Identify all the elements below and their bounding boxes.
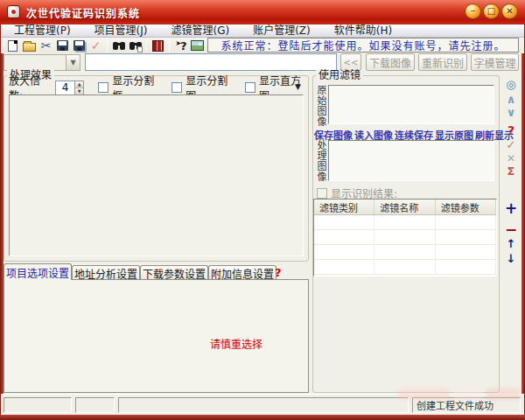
help-icon[interactable] bbox=[502, 124, 520, 136]
sigma-sum-icon[interactable] bbox=[502, 165, 520, 177]
col-filter-type: 滤镜类别 bbox=[314, 200, 374, 214]
warning-text: 请慎重选择 bbox=[208, 336, 264, 351]
tab-help-icon[interactable]: ? bbox=[275, 266, 282, 279]
filter-list-table[interactable]: 滤镜类别 滤镜名称 滤镜参数 bbox=[313, 199, 497, 276]
status-cell bbox=[4, 397, 72, 413]
cut-icon[interactable] bbox=[38, 38, 54, 53]
effects-controls-row: 放大倍数: 4 ▲▼ 显示分割框 显示分割图 显示直方图 bbox=[9, 80, 306, 95]
menu-bar: 工程管理(P) 项目管理(J) 滤镜管理(G) 账户管理(Z) 软件帮助(H) bbox=[1, 24, 524, 38]
window-title: 次世代验证码识别系统 bbox=[26, 5, 140, 20]
find-icon[interactable] bbox=[110, 38, 127, 53]
collapse-button[interactable]: << bbox=[340, 53, 361, 71]
tab-project-options[interactable]: 项目选项设置 bbox=[4, 263, 72, 280]
chevron-down-icon[interactable]: ▼ bbox=[66, 55, 80, 70]
col-filter-name: 滤镜名称 bbox=[374, 200, 435, 214]
title-bar[interactable]: 次世代验证码识别系统 bbox=[0, 0, 525, 24]
status-cell bbox=[75, 397, 115, 413]
help-pointer-icon[interactable] bbox=[172, 38, 189, 53]
menu-item-manage[interactable]: 项目管理(J) bbox=[87, 24, 156, 38]
apply-check-icon[interactable] bbox=[502, 139, 520, 150]
zoom-factor-input[interactable]: 4 bbox=[55, 80, 75, 95]
arrow-down-icon[interactable] bbox=[502, 107, 520, 118]
download-image-button[interactable]: 下载图像 bbox=[366, 53, 415, 71]
window-border-bottom bbox=[0, 415, 525, 420]
target-icon[interactable] bbox=[502, 79, 520, 90]
app-icon bbox=[7, 5, 20, 18]
col-filter-param: 滤镜参数 bbox=[436, 200, 496, 214]
original-image-label: 原始图像 bbox=[314, 85, 326, 127]
status-bar: 创建工程文件成功 bbox=[1, 394, 524, 415]
effects-dropdown-arrow-icon[interactable]: ▼ bbox=[295, 82, 301, 91]
checkbox-icon bbox=[172, 82, 182, 93]
status-cell bbox=[118, 397, 409, 413]
toolbar-separator bbox=[107, 39, 108, 52]
processed-image-box bbox=[328, 140, 494, 181]
remove-filter-icon[interactable] bbox=[502, 222, 520, 237]
status-cell-message: 创建工程文件成功 bbox=[412, 397, 521, 413]
toolbar-separator bbox=[169, 39, 170, 52]
minimize-button[interactable] bbox=[465, 4, 481, 19]
menu-help[interactable]: 软件帮助(H) bbox=[326, 24, 400, 38]
add-filter-icon[interactable] bbox=[502, 201, 520, 216]
table-row[interactable] bbox=[314, 215, 496, 230]
image-preview-icon[interactable] bbox=[189, 38, 206, 53]
new-document-icon[interactable] bbox=[4, 38, 21, 53]
processed-image-label: 处理图像 bbox=[314, 140, 326, 182]
menu-project-manage[interactable]: 工程管理(P) bbox=[6, 24, 79, 38]
tab-download-params[interactable]: 下载参数设置 bbox=[140, 265, 208, 280]
font-template-button[interactable]: 字模管理 bbox=[471, 53, 519, 71]
table-row[interactable] bbox=[314, 245, 496, 260]
save-all-icon[interactable] bbox=[71, 38, 88, 53]
combobox-value bbox=[4, 55, 66, 70]
table-row[interactable] bbox=[314, 230, 496, 245]
open-folder-icon[interactable] bbox=[21, 38, 38, 53]
zoom-factor-stepper[interactable]: ▲▼ bbox=[75, 80, 84, 95]
close-button[interactable] bbox=[501, 4, 518, 19]
app-window: 次世代验证码识别系统 工程管理(P) 项目管理(J) 滤镜管理(G) 账户管理(… bbox=[0, 0, 525, 420]
url-input[interactable] bbox=[85, 53, 337, 71]
use-filters-title: 使用滤镜 bbox=[316, 70, 363, 80]
original-image-box bbox=[328, 85, 494, 124]
menu-account-manage[interactable]: 账户管理(Z) bbox=[245, 24, 318, 38]
move-up-icon[interactable] bbox=[502, 238, 520, 249]
move-down-icon[interactable] bbox=[502, 253, 520, 264]
toolbar-separator bbox=[146, 39, 147, 52]
library-books-icon[interactable] bbox=[150, 38, 166, 53]
confirm-check-icon[interactable] bbox=[88, 38, 104, 53]
delete-cross-icon bbox=[502, 153, 520, 164]
checkbox-icon bbox=[317, 188, 327, 199]
tab-address-analysis[interactable]: 地址分析设置 bbox=[72, 265, 140, 280]
checkbox-icon bbox=[98, 82, 108, 93]
find-in-files-icon[interactable] bbox=[127, 38, 144, 53]
maximize-button[interactable] bbox=[483, 4, 500, 19]
save-icon[interactable] bbox=[54, 38, 71, 53]
checkbox-icon bbox=[245, 82, 256, 93]
effects-preview-area bbox=[9, 94, 304, 256]
menu-filter-manage[interactable]: 滤镜管理(G) bbox=[164, 24, 238, 38]
re-recognize-button[interactable]: 重新识别 bbox=[418, 53, 467, 71]
table-row[interactable] bbox=[314, 260, 496, 275]
status-message-box: 系统正常：登陆后才能使用。如果没有账号，请先注册。 bbox=[207, 38, 519, 52]
tab-extra-info[interactable]: 附加信息设置 bbox=[208, 265, 276, 280]
arrow-up-icon[interactable] bbox=[502, 94, 520, 105]
filter-table-header: 滤镜类别 滤镜名称 滤镜参数 bbox=[314, 200, 496, 215]
window-border-right bbox=[522, 23, 525, 420]
